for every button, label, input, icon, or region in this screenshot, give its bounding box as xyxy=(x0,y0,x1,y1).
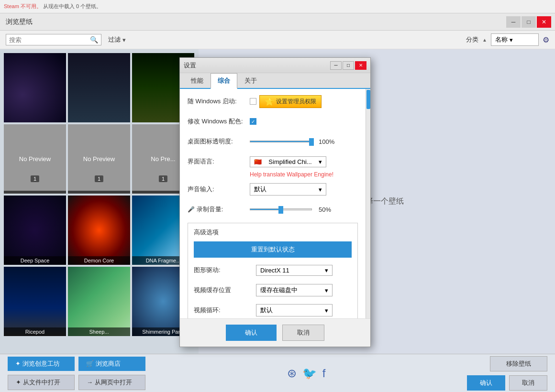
search-input[interactable] xyxy=(9,36,90,44)
filter-label: 过滤 xyxy=(108,35,121,44)
wallpaper-grid: No Preview 1 No Preview 1 No Pre... 1 De… xyxy=(0,49,199,354)
audio-input-dropdown[interactable]: 默认 ▾ xyxy=(250,183,326,196)
video-cache-dropdown[interactable]: 缓存在磁盘中 ▾ xyxy=(256,284,333,296)
list-item[interactable] xyxy=(4,53,66,122)
video-cache-row: 视频缓存位置 缓存在磁盘中 ▾ xyxy=(194,283,352,297)
steam-status: Steam 不可用。 从现在中载入 0 个壁纸。 xyxy=(4,3,101,10)
search-icon[interactable]: 🔍 xyxy=(90,36,98,44)
auto-start-label: 随 Windows 启动: xyxy=(188,97,250,106)
record-volume-value: 50% xyxy=(319,206,331,213)
maximize-button[interactable]: □ xyxy=(522,16,536,28)
icon-opacity-label: 桌面图标透明度: xyxy=(188,137,250,146)
icon-opacity-slider[interactable] xyxy=(250,141,312,142)
bottom-left-actions: ✦ 浏览创意工坊 🛒 浏览商店 ✦ 从文件中打开 → 从网页中打开 xyxy=(8,357,145,390)
name-dropdown[interactable]: 名称 ▾ xyxy=(491,33,539,46)
main-cancel-button[interactable]: 取消 xyxy=(509,375,547,391)
dialog-maximize-button[interactable]: □ xyxy=(343,61,354,70)
graphics-label: 图形驱动: xyxy=(194,266,256,274)
lang-label: 界面语言: xyxy=(188,157,250,166)
record-volume-slider[interactable] xyxy=(250,208,312,210)
dialog-cancel-button[interactable]: 取消 xyxy=(282,325,324,341)
list-item[interactable]: Deep Space xyxy=(4,196,66,265)
list-item[interactable]: Ricepod xyxy=(4,267,66,336)
title-bar: 浏览壁纸 ─ □ ✕ xyxy=(0,13,555,31)
open-web-button[interactable]: → 从网页中打开 xyxy=(78,375,145,390)
browse-workshop-button[interactable]: ✦ 浏览创意工坊 xyxy=(8,357,75,371)
graphics-row: 图形驱动: DirectX 11 ▾ xyxy=(194,263,352,277)
list-item[interactable]: No Preview 1 xyxy=(68,124,130,194)
list-item[interactable] xyxy=(68,53,130,122)
steam-social-icon[interactable]: ⊛ xyxy=(287,367,297,380)
dialog-ok-button[interactable]: 确认 xyxy=(226,325,277,341)
title-bar-controls: ─ □ ✕ xyxy=(506,16,551,28)
right-toolbar: 分类 ▲ 名称 ▾ ⚙ xyxy=(466,33,549,46)
dialog-content: 随 Windows 启动: ⭐ 设置管理员权限 修改 Windows 配色: ✓ xyxy=(180,89,366,318)
filter-button[interactable]: 过滤 ▾ xyxy=(105,34,129,45)
reset-button[interactable]: 重置到默认状态 xyxy=(194,241,352,258)
facebook-social-icon[interactable]: f xyxy=(322,367,326,380)
settings-gear-icon[interactable]: ⚙ xyxy=(543,35,549,44)
audio-input-row: 声音输入: 默认 ▾ xyxy=(188,183,358,196)
lang-value: Simplified Chi... xyxy=(268,158,311,165)
modify-color-row: 修改 Windows 配色: ✓ xyxy=(188,115,358,128)
main-confirm-button[interactable]: 确认 xyxy=(467,375,505,391)
close-button[interactable]: ✕ xyxy=(537,16,551,28)
bottom-right-actions: 移除壁纸 确认 取消 xyxy=(467,356,547,391)
remove-wallpaper-button[interactable]: 移除壁纸 xyxy=(490,356,547,371)
admin-button[interactable]: ⭐ 设置管理员权限 xyxy=(259,95,322,108)
graphics-dropdown[interactable]: DirectX 11 ▾ xyxy=(256,265,333,276)
list-item[interactable]: No Preview 1 xyxy=(4,124,66,194)
bottom-bar: ✦ 浏览创意工坊 🛒 浏览商店 ✦ 从文件中打开 → 从网页中打开 ⊛ 🐦 f xyxy=(0,354,555,392)
scroll-thumb[interactable] xyxy=(366,90,370,109)
auto-start-checkbox[interactable] xyxy=(250,98,256,105)
video-cache-label: 视频缓存位置 xyxy=(194,286,256,294)
icon-opacity-row: 桌面图标透明度: 100% xyxy=(188,135,358,148)
dialog-title-controls: ─ □ ✕ xyxy=(330,61,366,70)
dialog-minimize-button[interactable]: ─ xyxy=(330,61,342,70)
filter-icon: ▾ xyxy=(122,36,126,44)
settings-dialog[interactable]: 设置 ─ □ ✕ 性能 综合 关于 随 Windows xyxy=(179,57,371,347)
open-file-button[interactable]: ✦ 从文件中打开 xyxy=(8,375,75,390)
dialog-tabs: 性能 综合 关于 xyxy=(180,73,370,89)
list-item[interactable]: Sheep... xyxy=(68,267,130,336)
sort-label: 分类 xyxy=(466,35,478,44)
advanced-title: 高级选项 xyxy=(194,228,352,237)
record-volume-label: 🎤 录制音量: xyxy=(188,205,250,214)
browse-shop-button[interactable]: 🛒 浏览商店 xyxy=(78,357,145,371)
flag-icon: 🇨🇳 xyxy=(254,158,262,165)
translate-link[interactable]: Help translate Wallpaper Engine! xyxy=(250,171,358,178)
window-title: 浏览壁纸 xyxy=(6,18,33,26)
toolbar: 🔍 过滤 ▾ 分类 ▲ 名称 ▾ ⚙ xyxy=(0,31,555,49)
dialog-scrollbar[interactable] xyxy=(366,89,370,318)
tab-perf[interactable]: 性能 xyxy=(184,73,211,89)
dialog-close-button[interactable]: ✕ xyxy=(355,61,366,70)
steam-bar: Steam 不可用。 从现在中载入 0 个壁纸。 xyxy=(0,0,555,13)
video-loop-dropdown[interactable]: 默认 ▾ xyxy=(256,304,333,316)
icon-opacity-value: 100% xyxy=(319,138,334,145)
minimize-button[interactable]: ─ xyxy=(506,16,521,28)
record-volume-row: 🎤 录制音量: 50% xyxy=(188,203,358,216)
tab-about[interactable]: 关于 xyxy=(237,73,264,89)
video-loop-label: 视频循环: xyxy=(194,306,256,315)
auto-start-row: 随 Windows 启动: ⭐ 设置管理员权限 xyxy=(188,95,358,108)
tab-general[interactable]: 综合 xyxy=(211,73,237,89)
dialog-title-bar: 设置 ─ □ ✕ xyxy=(180,58,370,73)
video-loop-row: 视频循环: 默认 ▾ xyxy=(194,304,352,317)
dialog-footer: 确认 取消 xyxy=(180,318,370,347)
list-item[interactable]: Demon Core xyxy=(68,196,130,265)
sort-arrow: ▲ xyxy=(482,37,487,43)
twitter-social-icon[interactable]: 🐦 xyxy=(302,367,317,380)
dialog-title: 设置 xyxy=(184,61,196,70)
lang-dropdown[interactable]: 🇨🇳 Simplified Chi... ▾ xyxy=(250,156,326,167)
social-icons: ⊛ 🐦 f xyxy=(151,367,461,380)
audio-input-label: 声音输入: xyxy=(188,185,250,194)
advanced-section: 高级选项 重置到默认状态 图形驱动: DirectX 11 ▾ xyxy=(188,223,358,318)
lang-row: 界面语言: 🇨🇳 Simplified Chi... ▾ xyxy=(188,155,358,168)
modify-color-checkbox[interactable]: ✓ xyxy=(250,118,256,125)
mic-icon: 🎤 xyxy=(188,206,195,213)
search-box: 🔍 xyxy=(6,34,101,45)
modify-color-label: 修改 Windows 配色: xyxy=(188,117,250,126)
